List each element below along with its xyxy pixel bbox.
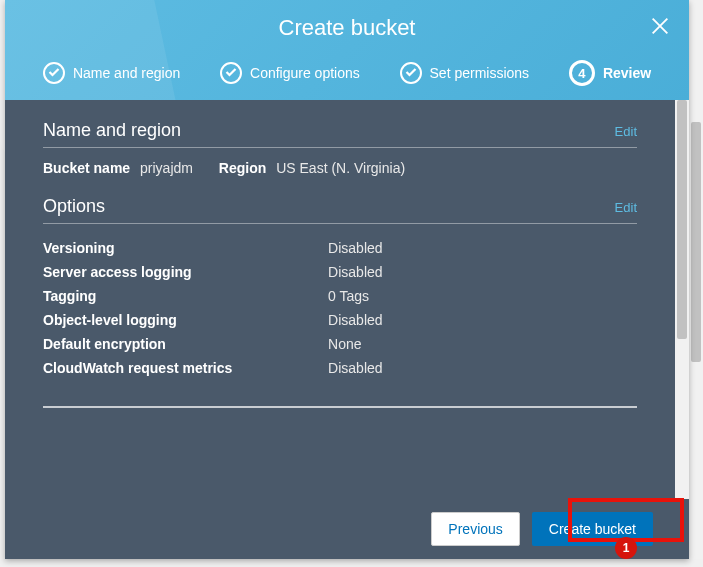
option-value: None — [328, 336, 361, 352]
dialog-body: Name and region Edit Bucket name priyajd… — [5, 100, 689, 559]
create-bucket-button[interactable]: Create bucket — [532, 512, 653, 546]
edit-name-region-link[interactable]: Edit — [615, 124, 637, 139]
bucket-name-label: Bucket name — [43, 160, 130, 176]
option-key: CloudWatch request metrics — [43, 360, 328, 376]
region-value: US East (N. Virginia) — [276, 160, 405, 176]
option-value: Disabled — [328, 360, 382, 376]
option-value: Disabled — [328, 264, 382, 280]
close-button[interactable] — [649, 15, 671, 41]
page-scrollbar-thumb[interactable] — [691, 122, 701, 362]
bucket-name-value: priyajdm — [140, 160, 193, 176]
name-region-summary: Bucket name priyajdm Region US East (N. … — [43, 160, 637, 176]
section-title: Name and region — [43, 120, 181, 141]
step-label: Set permissions — [430, 65, 530, 81]
options-table: Versioning Disabled Server access loggin… — [43, 236, 637, 380]
table-row: Versioning Disabled — [43, 236, 637, 260]
section-divider — [43, 406, 637, 408]
close-icon — [649, 23, 671, 40]
table-row: Default encryption None — [43, 332, 637, 356]
step-label: Configure options — [250, 65, 360, 81]
step-review[interactable]: 4 Review — [569, 60, 651, 86]
section-title: Options — [43, 196, 105, 217]
table-row: CloudWatch request metrics Disabled — [43, 356, 637, 380]
step-label: Review — [603, 65, 651, 81]
body-scrollbar-track[interactable] — [675, 100, 689, 499]
step-name-and-region[interactable]: Name and region — [43, 62, 180, 84]
option-key: Versioning — [43, 240, 328, 256]
checkmark-icon — [400, 62, 422, 84]
dialog-header: Create bucket Name and region Configure … — [5, 0, 689, 100]
previous-button[interactable]: Previous — [431, 512, 519, 546]
section-name-and-region: Name and region Edit Bucket name priyajd… — [43, 120, 637, 176]
step-set-permissions[interactable]: Set permissions — [400, 62, 530, 84]
body-scrollbar-thumb[interactable] — [677, 100, 687, 339]
section-options: Options Edit Versioning Disabled Server … — [43, 196, 637, 380]
table-row: Tagging 0 Tags — [43, 284, 637, 308]
dialog-footer: Previous Create bucket — [5, 499, 675, 559]
step-number-icon: 4 — [569, 60, 595, 86]
step-configure-options[interactable]: Configure options — [220, 62, 360, 84]
step-label: Name and region — [73, 65, 180, 81]
checkmark-icon — [220, 62, 242, 84]
page-scrollbar-track[interactable] — [689, 0, 703, 559]
wizard-steps: Name and region Configure options Set pe… — [5, 56, 689, 100]
review-content: Name and region Edit Bucket name priyajd… — [5, 100, 675, 499]
table-row: Server access logging Disabled — [43, 260, 637, 284]
option-key: Server access logging — [43, 264, 328, 280]
option-value: 0 Tags — [328, 288, 369, 304]
edit-options-link[interactable]: Edit — [615, 200, 637, 215]
checkmark-icon — [43, 62, 65, 84]
region-label: Region — [219, 160, 266, 176]
option-value: Disabled — [328, 312, 382, 328]
create-bucket-dialog: Create bucket Name and region Configure … — [5, 0, 689, 559]
table-row: Object-level logging Disabled — [43, 308, 637, 332]
option-key: Tagging — [43, 288, 328, 304]
option-key: Object-level logging — [43, 312, 328, 328]
option-value: Disabled — [328, 240, 382, 256]
option-key: Default encryption — [43, 336, 328, 352]
dialog-title: Create bucket — [279, 15, 416, 41]
